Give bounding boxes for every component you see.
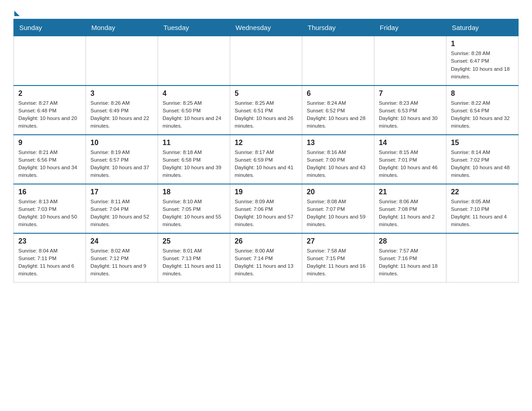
day-info: Sunrise: 8:26 AMSunset: 6:49 PMDaylight:… (90, 99, 153, 130)
day-info: Sunrise: 8:23 AMSunset: 6:53 PMDaylight:… (379, 99, 442, 130)
calendar-cell (374, 36, 446, 86)
week-row-2: 2Sunrise: 8:27 AMSunset: 6:48 PMDaylight… (14, 86, 519, 135)
day-number: 22 (451, 188, 514, 196)
day-number: 18 (163, 188, 225, 196)
day-number: 17 (90, 188, 153, 196)
day-info: Sunrise: 8:13 AMSunset: 7:03 PMDaylight:… (18, 198, 81, 229)
day-number: 28 (379, 237, 442, 245)
calendar-cell: 23Sunrise: 8:04 AMSunset: 7:11 PMDayligh… (14, 233, 86, 283)
day-number: 5 (235, 90, 297, 98)
day-number: 24 (90, 237, 153, 245)
calendar-cell (14, 36, 86, 86)
calendar-cell (158, 36, 230, 86)
week-row-5: 23Sunrise: 8:04 AMSunset: 7:11 PMDayligh… (14, 233, 519, 283)
calendar-cell: 11Sunrise: 8:18 AMSunset: 6:58 PMDayligh… (158, 135, 230, 184)
calendar-cell: 16Sunrise: 8:13 AMSunset: 7:03 PMDayligh… (14, 184, 86, 233)
day-number: 11 (163, 139, 225, 147)
day-number: 26 (235, 237, 297, 245)
page-header (13, 9, 519, 14)
calendar-cell: 4Sunrise: 8:25 AMSunset: 6:50 PMDaylight… (158, 86, 230, 135)
day-number: 16 (18, 188, 81, 196)
day-number: 27 (307, 237, 369, 245)
day-info: Sunrise: 8:21 AMSunset: 6:56 PMDaylight:… (18, 149, 81, 180)
day-number: 19 (235, 188, 297, 196)
calendar-table: SundayMondayTuesdayWednesdayThursdayFrid… (13, 19, 519, 283)
day-info: Sunrise: 8:04 AMSunset: 7:11 PMDaylight:… (18, 247, 81, 278)
calendar-cell: 25Sunrise: 8:01 AMSunset: 7:13 PMDayligh… (158, 233, 230, 283)
day-info: Sunrise: 7:57 AMSunset: 7:16 PMDaylight:… (379, 247, 442, 278)
day-number: 4 (163, 90, 225, 98)
calendar-cell: 3Sunrise: 8:26 AMSunset: 6:49 PMDaylight… (86, 86, 158, 135)
calendar-cell: 13Sunrise: 8:16 AMSunset: 7:00 PMDayligh… (302, 135, 374, 184)
day-number: 23 (18, 237, 81, 245)
calendar-cell: 7Sunrise: 8:23 AMSunset: 6:53 PMDaylight… (374, 86, 446, 135)
calendar-cell: 27Sunrise: 7:58 AMSunset: 7:15 PMDayligh… (302, 233, 374, 283)
column-header-thursday: Thursday (302, 19, 374, 36)
day-number: 7 (379, 90, 442, 98)
calendar-cell: 19Sunrise: 8:09 AMSunset: 7:06 PMDayligh… (230, 184, 302, 233)
day-info: Sunrise: 7:58 AMSunset: 7:15 PMDaylight:… (307, 247, 369, 278)
day-info: Sunrise: 8:15 AMSunset: 7:01 PMDaylight:… (379, 149, 442, 180)
day-info: Sunrise: 8:19 AMSunset: 6:57 PMDaylight:… (90, 149, 153, 180)
day-info: Sunrise: 8:16 AMSunset: 7:00 PMDaylight:… (307, 149, 369, 180)
column-header-saturday: Saturday (446, 19, 519, 36)
column-header-friday: Friday (374, 19, 446, 36)
column-header-sunday: Sunday (14, 19, 86, 36)
day-number: 6 (307, 90, 369, 98)
week-row-1: 1Sunrise: 8:28 AMSunset: 6:47 PMDaylight… (14, 36, 519, 86)
day-info: Sunrise: 8:27 AMSunset: 6:48 PMDaylight:… (18, 99, 81, 130)
day-number: 3 (90, 90, 153, 98)
calendar-cell (446, 233, 519, 283)
day-info: Sunrise: 8:05 AMSunset: 7:10 PMDaylight:… (451, 198, 514, 229)
day-info: Sunrise: 8:14 AMSunset: 7:02 PMDaylight:… (451, 149, 514, 180)
calendar-cell: 18Sunrise: 8:10 AMSunset: 7:05 PMDayligh… (158, 184, 230, 233)
calendar-cell: 8Sunrise: 8:22 AMSunset: 6:54 PMDaylight… (446, 86, 519, 135)
calendar-cell: 24Sunrise: 8:02 AMSunset: 7:12 PMDayligh… (86, 233, 158, 283)
calendar-cell: 21Sunrise: 8:06 AMSunset: 7:08 PMDayligh… (374, 184, 446, 233)
day-number: 1 (451, 40, 514, 48)
column-header-tuesday: Tuesday (158, 19, 230, 36)
calendar-cell: 20Sunrise: 8:08 AMSunset: 7:07 PMDayligh… (302, 184, 374, 233)
day-number: 21 (379, 188, 442, 196)
column-header-wednesday: Wednesday (230, 19, 302, 36)
calendar-cell: 17Sunrise: 8:11 AMSunset: 7:04 PMDayligh… (86, 184, 158, 233)
calendar-cell: 15Sunrise: 8:14 AMSunset: 7:02 PMDayligh… (446, 135, 519, 184)
week-row-4: 16Sunrise: 8:13 AMSunset: 7:03 PMDayligh… (14, 184, 519, 233)
day-info: Sunrise: 8:17 AMSunset: 6:59 PMDaylight:… (235, 149, 297, 180)
calendar-cell: 22Sunrise: 8:05 AMSunset: 7:10 PMDayligh… (446, 184, 519, 233)
day-info: Sunrise: 8:25 AMSunset: 6:50 PMDaylight:… (163, 99, 225, 130)
day-info: Sunrise: 8:00 AMSunset: 7:14 PMDaylight:… (235, 247, 297, 278)
day-info: Sunrise: 8:11 AMSunset: 7:04 PMDaylight:… (90, 198, 153, 229)
day-info: Sunrise: 8:18 AMSunset: 6:58 PMDaylight:… (163, 149, 225, 180)
logo (13, 9, 20, 14)
day-info: Sunrise: 8:22 AMSunset: 6:54 PMDaylight:… (451, 99, 514, 130)
day-number: 15 (451, 139, 514, 147)
day-number: 20 (307, 188, 369, 196)
day-number: 14 (379, 139, 442, 147)
day-number: 25 (163, 237, 225, 245)
day-number: 2 (18, 90, 81, 98)
day-number: 8 (451, 90, 514, 98)
calendar-cell (86, 36, 158, 86)
calendar-cell: 10Sunrise: 8:19 AMSunset: 6:57 PMDayligh… (86, 135, 158, 184)
calendar-cell: 28Sunrise: 7:57 AMSunset: 7:16 PMDayligh… (374, 233, 446, 283)
calendar-cell (230, 36, 302, 86)
day-number: 10 (90, 139, 153, 147)
calendar-header-row: SundayMondayTuesdayWednesdayThursdayFrid… (14, 19, 519, 36)
column-header-monday: Monday (86, 19, 158, 36)
week-row-3: 9Sunrise: 8:21 AMSunset: 6:56 PMDaylight… (14, 135, 519, 184)
day-number: 12 (235, 139, 297, 147)
calendar-cell (302, 36, 374, 86)
day-info: Sunrise: 8:28 AMSunset: 6:47 PMDaylight:… (451, 50, 514, 81)
day-info: Sunrise: 8:06 AMSunset: 7:08 PMDaylight:… (379, 198, 442, 229)
day-info: Sunrise: 8:09 AMSunset: 7:06 PMDaylight:… (235, 198, 297, 229)
calendar-cell: 1Sunrise: 8:28 AMSunset: 6:47 PMDaylight… (446, 36, 519, 86)
day-number: 13 (307, 139, 369, 147)
calendar-cell: 26Sunrise: 8:00 AMSunset: 7:14 PMDayligh… (230, 233, 302, 283)
calendar-cell: 5Sunrise: 8:25 AMSunset: 6:51 PMDaylight… (230, 86, 302, 135)
day-info: Sunrise: 8:01 AMSunset: 7:13 PMDaylight:… (163, 247, 225, 278)
day-info: Sunrise: 8:24 AMSunset: 6:52 PMDaylight:… (307, 99, 369, 130)
calendar-cell: 2Sunrise: 8:27 AMSunset: 6:48 PMDaylight… (14, 86, 86, 135)
calendar-cell: 12Sunrise: 8:17 AMSunset: 6:59 PMDayligh… (230, 135, 302, 184)
day-info: Sunrise: 8:02 AMSunset: 7:12 PMDaylight:… (90, 247, 153, 278)
